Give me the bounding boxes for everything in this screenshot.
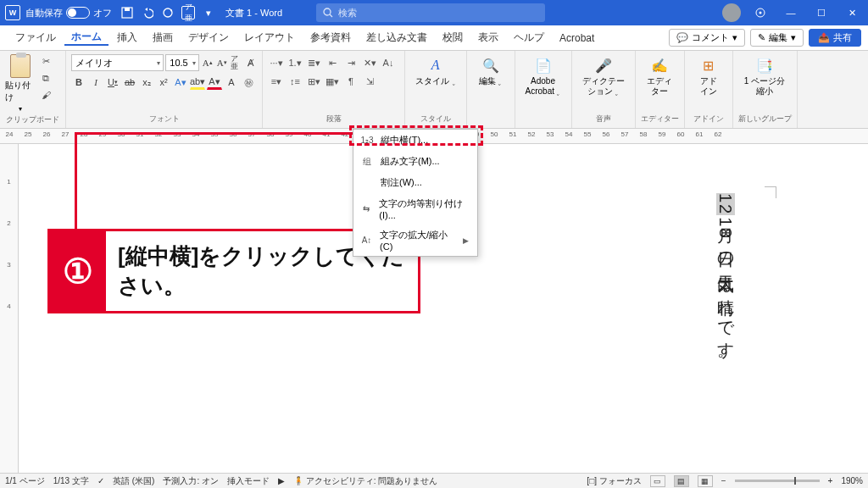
addin-button[interactable]: ⊞ アド イン — [690, 54, 727, 97]
menu-item-0[interactable]: 1₂3縦中横(T)... — [353, 130, 477, 151]
svg-point-3 — [324, 8, 331, 15]
shrink-font-icon[interactable]: A▾ — [215, 55, 228, 70]
editing-button[interactable]: 🔍 編集 — [472, 54, 509, 86]
autosave-toggle[interactable]: 自動保存 オフ — [25, 7, 112, 19]
tab-表示[interactable]: 表示 — [471, 30, 505, 45]
copy-icon[interactable]: ⧉ — [39, 71, 53, 85]
share-button[interactable]: 📤 共有 — [809, 29, 861, 47]
tab-挿入[interactable]: 挿入 — [110, 30, 144, 45]
menu-item-label: 縦中横(T)... — [381, 134, 428, 147]
help-icon[interactable] — [749, 4, 771, 21]
status-chars[interactable]: 1/13 文字 — [53, 475, 89, 487]
status-page[interactable]: 1/1 ページ — [5, 475, 45, 487]
tab-校閲[interactable]: 校閲 — [436, 30, 470, 45]
increase-indent-button[interactable]: ⇥ — [342, 54, 359, 71]
menu-item-3[interactable]: ⇆文字の均等割り付け(I)... — [353, 193, 477, 225]
styles-icon: A — [426, 56, 445, 75]
cut-icon[interactable]: ✂ — [39, 54, 53, 68]
group-voice: 🎤 ディクテー ション 音声 — [572, 51, 636, 128]
tab-ホーム[interactable]: ホーム — [64, 30, 108, 46]
underline-button[interactable]: U▾ — [105, 75, 120, 90]
tab-レイアウト[interactable]: レイアウト — [237, 30, 302, 45]
tab-描画[interactable]: 描画 — [146, 30, 180, 45]
phonetic-guide-icon[interactable]: ア亜 — [230, 55, 242, 70]
status-language[interactable]: 英語 (米国) — [113, 475, 154, 487]
enclose-char-button[interactable]: ㊙ — [241, 75, 256, 90]
search-box[interactable]: 検索 — [316, 3, 545, 22]
shrink-one-page-button[interactable]: 📑 1 ページ分 縮小 — [738, 54, 792, 97]
italic-button[interactable]: I — [88, 75, 103, 90]
view-print-icon[interactable]: ▤ — [674, 475, 689, 487]
status-spellcheck-icon[interactable]: ✓ — [97, 476, 104, 485]
text-effects-button[interactable]: A▾ — [173, 75, 188, 90]
user-avatar[interactable] — [722, 3, 741, 22]
status-predict[interactable]: 予測入力: オン — [163, 475, 219, 487]
save-icon[interactable] — [120, 6, 134, 19]
multilevel-button[interactable]: ≣▾ — [305, 54, 322, 71]
phonetic-icon[interactable]: ア亜 — [181, 6, 195, 19]
borders-button[interactable]: ▦▾ — [324, 73, 341, 90]
tab-参考資料[interactable]: 参考資料 — [303, 30, 358, 45]
editing-mode-button[interactable]: ✎ 編集 ▾ — [750, 29, 804, 47]
view-read-icon[interactable]: ▭ — [650, 475, 665, 487]
tab-差し込み文書[interactable]: 差し込み文書 — [359, 30, 434, 45]
asian-layout-button[interactable]: ✕▾ — [361, 54, 378, 71]
show-marks-button[interactable]: ¶ — [342, 73, 359, 90]
title-bar: W 自動保存 オフ ア亜 ▾ 文書 1 - Word 検索 — ☐ ✕ — [0, 0, 868, 25]
tab-デザイン[interactable]: デザイン — [181, 30, 236, 45]
dictate-button[interactable]: 🎤 ディクテー ション — [577, 54, 630, 97]
decrease-indent-button[interactable]: ⇤ — [324, 54, 341, 71]
zoom-out-button[interactable]: − — [721, 476, 726, 485]
tab-ファイル[interactable]: ファイル — [8, 30, 63, 45]
grow-font-icon[interactable]: A▴ — [201, 55, 214, 70]
view-web-icon[interactable]: ▦ — [698, 475, 713, 487]
body-text[interactable]: 月18日の天気は晴れです。 — [716, 215, 735, 370]
menu-item-4[interactable]: A↕文字の拡大/縮小(C)▶ — [353, 225, 477, 256]
minimize-button[interactable]: — — [780, 4, 802, 21]
redo-icon[interactable] — [161, 6, 175, 19]
line-spacing-button[interactable]: ↕≡ — [287, 73, 303, 90]
font-color-button[interactable]: A▾ — [207, 75, 222, 90]
subscript-button[interactable]: x₂ — [139, 75, 154, 90]
undo-icon[interactable] — [141, 6, 154, 19]
highlight-button[interactable]: ab▾ — [190, 75, 205, 90]
document-text[interactable]: 12月18日の天気は晴れです。 — [710, 193, 741, 371]
editor-button[interactable]: ✍ エディ ター — [641, 54, 679, 97]
styles-button[interactable]: A スタイル — [410, 54, 461, 86]
bold-button[interactable]: B — [71, 75, 86, 90]
para-settings-button[interactable]: ⇲ — [361, 73, 378, 90]
vertical-ruler[interactable]: 1234 — [0, 144, 19, 473]
strikethrough-button[interactable]: ab — [122, 75, 137, 90]
paste-button[interactable]: 貼り付け ▾ — [5, 54, 36, 113]
char-shading-button[interactable]: A — [224, 75, 239, 90]
status-macro-icon[interactable]: ▶ — [278, 476, 285, 485]
search-placeholder: 検索 — [338, 7, 357, 19]
clear-format-icon[interactable]: A̸ — [244, 55, 257, 70]
status-focus[interactable]: [□] フォーカス — [587, 475, 641, 487]
numbering-button[interactable]: 1.▾ — [287, 54, 303, 71]
shading-button[interactable]: ⊞▾ — [305, 73, 322, 90]
status-insert[interactable]: 挿入モード — [227, 475, 270, 487]
maximize-button[interactable]: ☐ — [810, 4, 832, 21]
comments-button[interactable]: 💬 コメント ▾ — [669, 29, 745, 47]
tab-Acrobat[interactable]: Acrobat — [553, 32, 601, 44]
tab-ヘルプ[interactable]: ヘルプ — [507, 30, 551, 45]
autosave-switch[interactable] — [66, 7, 90, 19]
zoom-level[interactable]: 190% — [841, 476, 863, 485]
format-painter-icon[interactable]: 🖌 — [39, 88, 53, 102]
font-size-combo[interactable]: 10.5 — [165, 54, 199, 71]
zoom-slider[interactable] — [735, 480, 820, 482]
acrobat-button[interactable]: 📄 Adobe Acrobat — [520, 54, 566, 97]
bullets-button[interactable]: ∙∙∙▾ — [268, 54, 285, 71]
zoom-in-button[interactable]: + — [828, 476, 833, 485]
align-distribute-button[interactable]: ≡▾ — [268, 73, 285, 90]
sort-button[interactable]: A↓ — [380, 54, 397, 71]
status-accessibility[interactable]: 🧍 アクセシビリティ: 問題ありません — [293, 475, 437, 487]
qat-dropdown-icon[interactable]: ▾ — [202, 6, 215, 19]
font-name-combo[interactable]: メイリオ — [71, 54, 164, 71]
selected-text[interactable]: 12 — [716, 193, 735, 215]
menu-item-1[interactable]: 组組み文字(M)... — [353, 151, 477, 172]
menu-item-2[interactable]: 割注(W)... — [353, 172, 477, 193]
superscript-button[interactable]: x² — [156, 75, 171, 90]
close-button[interactable]: ✕ — [841, 4, 863, 21]
